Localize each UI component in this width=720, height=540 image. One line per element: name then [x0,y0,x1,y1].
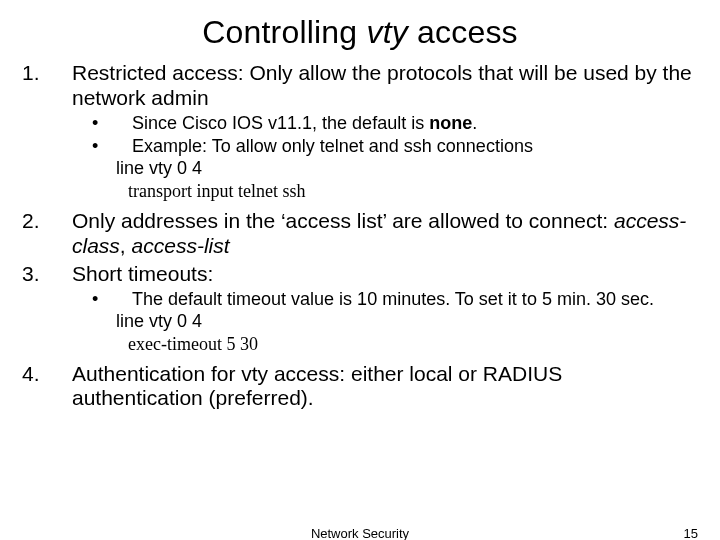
list-item: 2. Only addresses in the ‘access list’ a… [22,209,698,259]
item-number: 3. [22,262,72,287]
item-text-italic: access-list [132,234,230,257]
code-line: line vty 0 4 [116,158,698,180]
item-text: Only addresses in the ‘access list’ are … [72,209,698,259]
sub-text: Example: To allow only telnet and ssh co… [132,136,698,158]
code-line: line vty 0 4 [116,311,698,333]
list-item: 4. Authentication for vty access: either… [22,362,698,412]
item-number: 4. [22,362,72,412]
item-number: 1. [22,61,72,111]
footer-center-text: Network Security [0,526,720,540]
bullet-icon: • [86,113,132,135]
title-part-3: access [408,14,518,50]
sub-text-part: Since Cisco IOS v11.1, the default is [132,113,429,133]
sub-text-part: . [472,113,477,133]
bullet-icon: • [86,136,132,158]
sub-item: • The default timeout value is 10 minute… [86,289,698,311]
sub-list: • The default timeout value is 10 minute… [86,289,698,311]
item-text-part: , [120,234,132,257]
sub-item: • Example: To allow only telnet and ssh … [86,136,698,158]
sub-item: • Since Cisco IOS v11.1, the default is … [86,113,698,135]
list-item: 3. Short timeouts: [22,262,698,287]
slide-body: 1. Restricted access: Only allow the pro… [0,61,720,411]
code-line: exec-timeout 5 30 [128,333,698,356]
slide: Controlling vty access 1. Restricted acc… [0,0,720,540]
sub-text: Since Cisco IOS v11.1, the default is no… [132,113,698,135]
page-number: 15 [684,526,698,540]
sub-list: • Since Cisco IOS v11.1, the default is … [86,113,698,159]
item-text: Restricted access: Only allow the protoc… [72,61,698,111]
item-text: Short timeouts: [72,262,698,287]
item-number: 2. [22,209,72,259]
title-part-1: Controlling [202,14,366,50]
slide-title: Controlling vty access [0,0,720,57]
code-line: transport input telnet ssh [128,180,698,203]
bullet-icon: • [86,289,132,311]
item-text: Authentication for vty access: either lo… [72,362,698,412]
title-part-vty: vty [366,14,408,50]
sub-text-bold: none [429,113,472,133]
item-text-part: Only addresses in the ‘access list’ are … [72,209,614,232]
list-item: 1. Restricted access: Only allow the pro… [22,61,698,111]
sub-text: The default timeout value is 10 minutes.… [132,289,698,311]
